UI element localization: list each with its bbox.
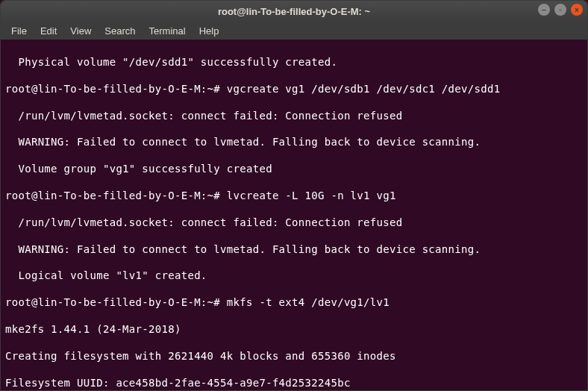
- terminal-line: WARNING: Failed to connect to lvmetad. F…: [5, 243, 583, 257]
- window-title: root@lin-To-be-filled-by-O-E-M: ~: [218, 6, 370, 17]
- terminal-line: Logical volume "lv1" created.: [5, 269, 583, 283]
- terminal-line: Creating filesystem with 2621440 4k bloc…: [5, 350, 583, 363]
- terminal-line: root@lin-To-be-filled-by-O-E-M:~# vgcrea…: [5, 83, 583, 96]
- window-controls: – ▫ ×: [538, 4, 583, 16]
- menu-edit[interactable]: Edit: [34, 24, 63, 38]
- terminal-line: /run/lvm/lvmetad.socket: connect failed:…: [5, 216, 583, 230]
- terminal-line: Volume group "vg1" successfully created: [5, 163, 583, 176]
- close-button[interactable]: ×: [571, 4, 583, 16]
- maximize-button[interactable]: ▫: [554, 4, 566, 16]
- terminal-line: mke2fs 1.44.1 (24-Mar-2018): [5, 323, 583, 337]
- title-bar: root@lin-To-be-filled-by-O-E-M: ~ – ▫ ×: [1, 1, 587, 22]
- menu-help[interactable]: Help: [193, 24, 225, 38]
- terminal-line: Physical volume "/dev/sdd1" successfully…: [5, 56, 583, 69]
- terminal-line: root@lin-To-be-filled-by-O-E-M:~# lvcrea…: [5, 190, 583, 203]
- terminal-line: root@lin-To-be-filled-by-O-E-M:~# mkfs -…: [5, 296, 583, 310]
- menu-file[interactable]: File: [5, 24, 33, 38]
- minimize-button[interactable]: –: [538, 4, 550, 16]
- terminal-line: /run/lvm/lvmetad.socket: connect failed:…: [5, 110, 583, 123]
- menu-search[interactable]: Search: [98, 24, 141, 38]
- menu-terminal[interactable]: Terminal: [143, 24, 192, 38]
- menu-view[interactable]: View: [64, 24, 97, 38]
- menu-bar: File Edit View Search Terminal Help: [1, 22, 587, 40]
- terminal-output[interactable]: Physical volume "/dev/sdd1" successfully…: [1, 40, 587, 391]
- terminal-line: Filesystem UUID: ace458bd-2fae-4554-a9e7…: [5, 377, 583, 390]
- terminal-line: WARNING: Failed to connect to lvmetad. F…: [5, 136, 583, 149]
